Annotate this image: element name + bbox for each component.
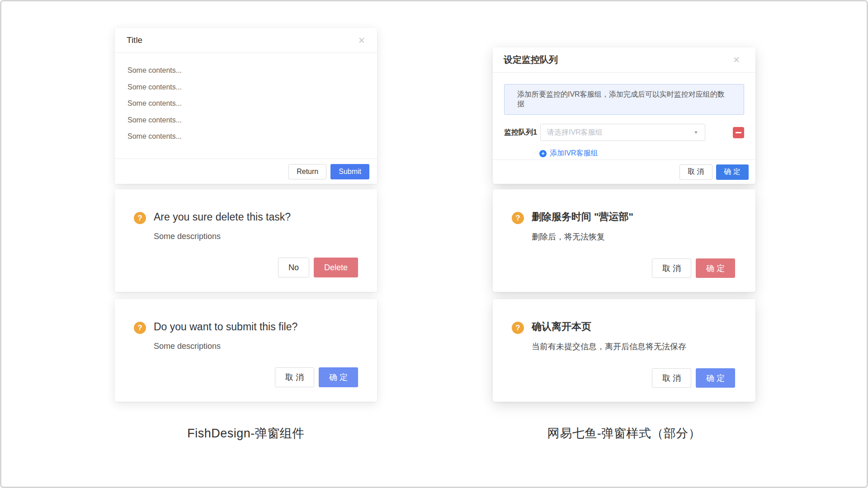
select-placeholder: 请选择IVR客服组 (547, 128, 603, 137)
ok-button[interactable]: 确 定 (319, 367, 358, 387)
content-line: Some contents... (127, 62, 364, 79)
fishdesign-basic-modal: Title ✕ Some contents... Some contents..… (115, 28, 377, 184)
modal-title: Title (127, 35, 142, 45)
cancel-button[interactable]: 取 消 (679, 164, 712, 180)
confirm-content: ? Are you sure delete this task? Some de… (115, 189, 377, 241)
queue-field-row: 监控队列1 请选择IVR客服组 ▼ (504, 124, 744, 141)
cancel-button[interactable]: 取 消 (275, 367, 314, 387)
modal-footer: Return Submit (115, 159, 377, 184)
ok-button[interactable]: 确 定 (696, 368, 735, 388)
cancel-button[interactable]: 取 消 (652, 368, 691, 388)
question-icon: ? (134, 212, 146, 224)
close-icon[interactable]: ✕ (358, 36, 365, 45)
confirm-buttons: 取 消 确 定 (652, 368, 735, 388)
modal-title: 设定监控队列 (504, 54, 558, 66)
modal-header: 设定监控队列 ✕ (493, 47, 755, 73)
confirm-buttons: No Delete (278, 258, 358, 277)
confirm-texts: 删除服务时间 "营运部" 删除后，将无法恢复 (532, 211, 633, 242)
ok-button[interactable]: 确 定 (696, 258, 735, 278)
delete-button[interactable]: Delete (314, 258, 358, 277)
question-icon: ? (512, 212, 524, 224)
return-button[interactable]: Return (288, 164, 326, 179)
submit-button[interactable]: Submit (330, 164, 369, 179)
qiyu-leave-confirm-modal: ? 确认离开本页 当前有未提交信息，离开后信息将无法保存 取 消 确 定 (493, 299, 755, 402)
modal-header: Title ✕ (115, 28, 377, 53)
confirm-title: 删除服务时间 "营运部" (532, 211, 633, 223)
chevron-down-icon: ▼ (693, 130, 698, 135)
confirm-description: 当前有未提交信息，离开后信息将无法保存 (532, 341, 686, 352)
ok-button[interactable]: 确 定 (716, 164, 749, 180)
remove-queue-button[interactable] (733, 127, 744, 138)
content-line: Some contents... (127, 112, 364, 129)
confirm-description: Some descriptions (154, 232, 291, 241)
right-column-caption: 网易七鱼-弹窗样式（部分） (493, 425, 755, 441)
content-line: Some contents... (127, 95, 364, 112)
comparison-canvas: Title ✕ Some contents... Some contents..… (0, 0, 868, 488)
ivr-group-select[interactable]: 请选择IVR客服组 ▼ (540, 124, 705, 141)
confirm-texts: 确认离开本页 当前有未提交信息，离开后信息将无法保存 (532, 320, 686, 352)
question-icon: ? (512, 322, 524, 334)
plus-icon: + (539, 150, 547, 157)
confirm-content: ? 确认离开本页 当前有未提交信息，离开后信息将无法保存 (493, 299, 755, 352)
info-banner: 添加所要监控的IVR客服组，添加完成后可以实时监控对应组的数据 (504, 84, 744, 115)
content-line: Some contents... (127, 128, 364, 145)
confirm-content: ? 删除服务时间 "营运部" 删除后，将无法恢复 (493, 189, 755, 242)
add-ivr-group-link[interactable]: + 添加IVR客服组 (539, 149, 598, 158)
cancel-button[interactable]: 取 消 (652, 258, 691, 278)
field-label: 监控队列1 (504, 128, 540, 137)
confirm-description: 删除后，将无法恢复 (532, 231, 633, 242)
content-line: Some contents... (127, 79, 364, 96)
no-button[interactable]: No (278, 258, 309, 277)
modal-body: 添加所要监控的IVR客服组，添加完成后可以实时监控对应组的数据 监控队列1 请选… (493, 73, 755, 158)
confirm-buttons: 取 消 确 定 (275, 367, 358, 387)
close-icon[interactable]: ✕ (733, 56, 740, 64)
confirm-title: Do you want to submit this file? (154, 320, 297, 333)
confirm-title: Are you sure delete this task? (154, 211, 291, 224)
add-link-label: 添加IVR客服组 (550, 149, 598, 158)
qiyu-delete-confirm-modal: ? 删除服务时间 "营运部" 删除后，将无法恢复 取 消 确 定 (493, 189, 755, 292)
modal-footer: 取 消 确 定 (493, 160, 755, 184)
confirm-texts: Do you want to submit this file? Some de… (154, 320, 297, 351)
left-column-caption: FishDesign-弹窗组件 (115, 425, 377, 441)
fishdesign-submit-confirm-modal: ? Do you want to submit this file? Some … (115, 299, 377, 402)
confirm-title: 确认离开本页 (532, 320, 686, 333)
qiyu-queue-settings-modal: 设定监控队列 ✕ 添加所要监控的IVR客服组，添加完成后可以实时监控对应组的数据… (493, 47, 755, 184)
confirm-description: Some descriptions (154, 342, 297, 351)
fishdesign-delete-confirm-modal: ? Are you sure delete this task? Some de… (115, 189, 377, 292)
confirm-content: ? Do you want to submit this file? Some … (115, 299, 377, 351)
question-icon: ? (134, 322, 146, 334)
modal-body: Some contents... Some contents... Some c… (115, 53, 377, 145)
confirm-buttons: 取 消 确 定 (652, 258, 735, 278)
confirm-texts: Are you sure delete this task? Some desc… (154, 211, 291, 241)
